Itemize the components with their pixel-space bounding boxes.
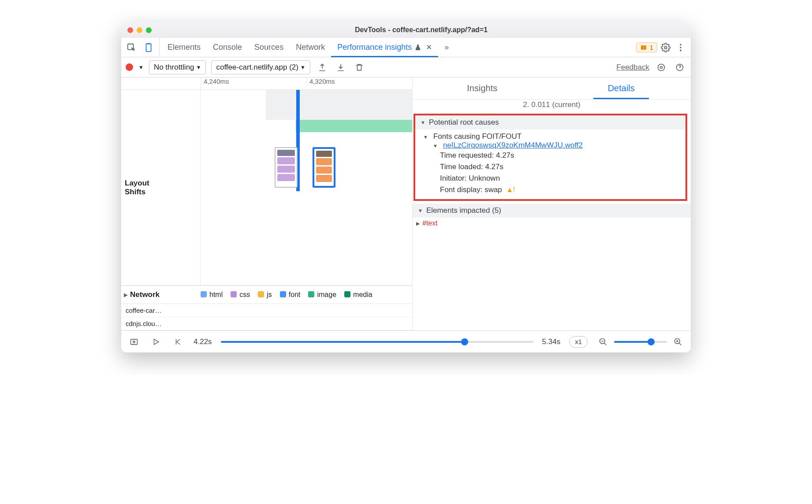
settings-icon[interactable]: [659, 41, 672, 54]
legend-js: js: [258, 291, 272, 299]
inspect-element-icon[interactable]: [125, 41, 138, 54]
time-ruler: 4,240ms 4,320ms: [121, 78, 412, 90]
zoom-slider[interactable]: [614, 341, 667, 343]
traffic-lights: [127, 27, 152, 33]
legend-css: css: [231, 291, 250, 299]
close-window-icon[interactable]: [127, 27, 133, 33]
record-caret-icon: ▼: [138, 64, 144, 70]
impacted-first-row[interactable]: ▶ #text: [413, 218, 691, 227]
record-button[interactable]: ▼: [126, 63, 144, 71]
svg-marker-14: [154, 339, 159, 345]
page-select[interactable]: coffee-cart.netlify.app (2)▼: [211, 60, 310, 74]
issue-icon: !: [640, 44, 647, 51]
time-loaded: Time loaded: 4.27s: [440, 161, 681, 173]
caret-down-icon: ▼: [300, 64, 305, 70]
timeline-body[interactable]: [201, 90, 412, 285]
svg-line-17: [604, 343, 607, 345]
layout-shifts-row: LayoutShifts: [121, 90, 412, 285]
network-row: Network html css js font image media: [121, 285, 412, 304]
network-legend: html css js font image media: [201, 291, 412, 299]
close-tab-icon[interactable]: ✕: [426, 43, 432, 52]
shift-thumbnail[interactable]: [275, 147, 298, 188]
tab-details[interactable]: Details: [552, 78, 691, 99]
inspect-tools: [125, 38, 160, 57]
tab-elements[interactable]: Elements: [161, 38, 207, 57]
play-button[interactable]: [149, 335, 163, 348]
svg-point-10: [658, 64, 665, 70]
playback-end-time: 5.34s: [542, 337, 561, 346]
legend-font: font: [280, 291, 301, 299]
panel-settings-icon[interactable]: [655, 61, 668, 74]
ruler-tick: 4,320ms: [306, 78, 412, 89]
caret-down-icon: ▼: [196, 64, 201, 70]
skip-start-button[interactable]: [171, 335, 185, 348]
more-tabs-button[interactable]: »: [438, 38, 455, 57]
legend-html: html: [201, 291, 223, 299]
ruler-tick: 4,240ms: [201, 78, 306, 89]
devtools-window: DevTools - coffee-cart.netlify.app/?ad=1…: [121, 22, 691, 352]
flask-icon: [414, 44, 421, 51]
preview-icon[interactable]: [127, 335, 141, 348]
legend-media: media: [344, 291, 372, 299]
svg-text:!: !: [643, 45, 644, 49]
svg-point-9: [660, 66, 663, 68]
details-tabs: Insights Details: [413, 78, 691, 100]
record-icon: [126, 63, 133, 71]
row-label: LayoutShifts: [121, 90, 201, 285]
panel-tabbar: Elements Console Sources Network Perform…: [121, 38, 691, 57]
initiator: Initiator: Unknown: [440, 173, 681, 184]
feedback-link[interactable]: Feedback: [616, 63, 649, 72]
issues-badge[interactable]: ! 1: [636, 42, 657, 52]
tab-console[interactable]: Console: [207, 38, 248, 57]
perf-toolbar: ▼ No throttling▼ coffee-cart.netlify.app…: [121, 57, 691, 78]
font-display: Font display: swap ▲!: [440, 184, 681, 196]
tab-sources[interactable]: Sources: [248, 38, 290, 57]
maximize-window-icon[interactable]: [146, 27, 152, 33]
details-pane: Insights Details 2. 0.011 (current) Pote…: [412, 78, 691, 330]
timeline-pane: 4,240ms 4,320ms LayoutShifts: [121, 78, 412, 330]
help-icon[interactable]: [673, 61, 686, 74]
font-file-link[interactable]: neILzCirqoswsqX9zoKmM4MwWJU.woff2: [443, 141, 583, 150]
root-causes-header[interactable]: Potential root causes: [415, 115, 685, 130]
svg-point-8: [680, 49, 682, 51]
device-toolbar-icon[interactable]: [142, 41, 156, 54]
font-cause-tree: Fonts causing FOIT/FOUT neILzCirqoswsqX9…: [415, 130, 685, 196]
time-requested: Time requested: 4.27s: [440, 150, 681, 161]
warning-icon: ▲!: [506, 186, 515, 193]
tabs: Elements Console Sources Network Perform…: [161, 38, 455, 57]
tab-insights[interactable]: Insights: [413, 78, 552, 99]
svg-line-20: [679, 343, 682, 345]
highlighted-section: Potential root causes Fonts causing FOIT…: [413, 114, 687, 201]
titlebar: DevTools - coffee-cart.netlify.app/?ad=1: [121, 22, 691, 38]
zoom-controls: [596, 335, 685, 348]
svg-rect-12: [131, 339, 138, 345]
network-request-row[interactable]: cdnjs.clou…: [121, 317, 412, 330]
throttling-select[interactable]: No throttling▼: [149, 60, 206, 74]
long-task-region: [266, 90, 412, 120]
zoom-out-icon[interactable]: [596, 335, 610, 348]
tab-performance-insights[interactable]: Performance insights ✕: [331, 38, 438, 57]
tab-network[interactable]: Network: [290, 38, 331, 57]
svg-rect-1: [146, 43, 151, 51]
download-icon[interactable]: [334, 61, 347, 74]
trash-icon[interactable]: [353, 61, 366, 74]
minimize-window-icon[interactable]: [137, 27, 142, 33]
details-body: 2. 0.011 (current) Potential root causes…: [413, 100, 691, 330]
fonts-node[interactable]: Fonts causing FOIT/FOUT: [423, 132, 681, 141]
upload-icon[interactable]: [316, 61, 329, 74]
main-area: 4,240ms 4,320ms LayoutShifts: [121, 78, 691, 330]
image-region: [296, 120, 412, 132]
shift-thumbnail-selected[interactable]: [313, 147, 335, 188]
elements-impacted-header[interactable]: Elements impacted (5): [413, 204, 691, 218]
playback-slider[interactable]: [221, 341, 533, 343]
svg-point-13: [133, 341, 135, 342]
network-label[interactable]: Network: [121, 290, 201, 299]
svg-point-6: [680, 44, 682, 45]
zoom-in-icon[interactable]: [671, 335, 685, 348]
window-title: DevTools - coffee-cart.netlify.app/?ad=1: [158, 26, 685, 34]
kebab-menu-icon[interactable]: [674, 41, 687, 54]
network-request-row[interactable]: coffee-car…: [121, 304, 412, 317]
legend-image: image: [308, 291, 336, 299]
font-file-node[interactable]: neILzCirqoswsqX9zoKmM4MwWJU.woff2: [423, 141, 681, 150]
speed-chip[interactable]: x1: [569, 336, 588, 348]
